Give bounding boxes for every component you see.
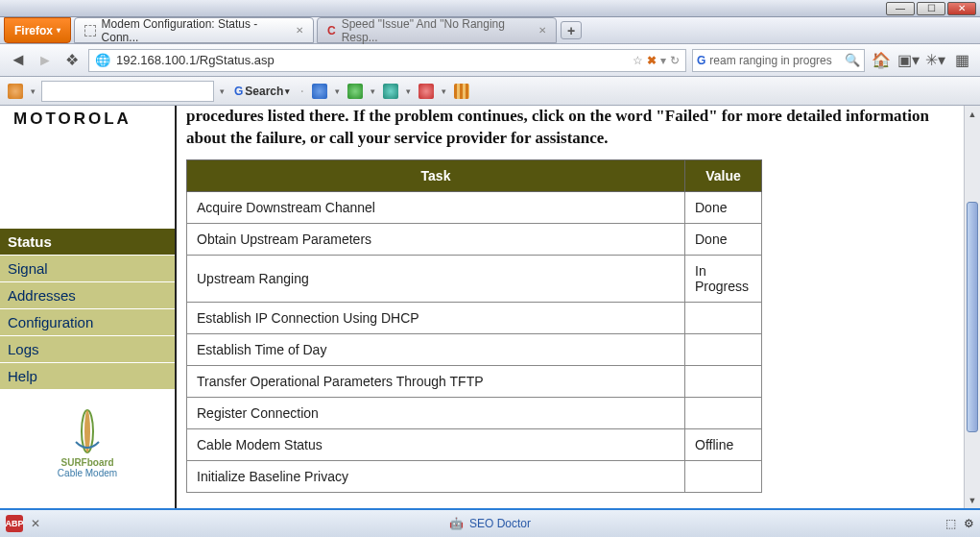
toolbar-tile-grid[interactable]	[452, 82, 471, 101]
bookmarks-button[interactable]: ▣▾	[897, 50, 919, 71]
favicon-icon: C	[327, 24, 336, 37]
task-cell: Establish IP Connection Using DHCP	[187, 302, 685, 333]
toolbar-sep: ·	[299, 83, 303, 100]
product-name-1: SURFboard	[0, 457, 175, 468]
sidebar-item-help[interactable]: Help	[0, 363, 175, 390]
scroll-thumb[interactable]	[967, 202, 978, 432]
tab-modem-configuration[interactable]: Modem Configuration: Status - Conn... ✕	[74, 17, 314, 43]
tab-label: Speed "Issue" And "No Ranging Resp...	[342, 17, 533, 44]
star-icon[interactable]: ☆	[633, 54, 643, 67]
table-row: Obtain Upstream ParametersDone	[187, 223, 762, 255]
statusbar-addon-icon[interactable]: ⬚	[945, 517, 956, 530]
adblock-icon[interactable]: ABP	[6, 515, 23, 532]
statusbar-gear-icon[interactable]: ⚙	[964, 517, 974, 530]
scroll-down-button[interactable]: ▼	[965, 492, 980, 508]
svg-point-1	[84, 410, 90, 452]
home-button[interactable]: 🏠	[871, 50, 892, 71]
task-cell: Cable Modem Status	[187, 428, 685, 460]
tab-close-icon[interactable]: ✕	[538, 25, 546, 36]
task-cell: Acquire Downstream Channel	[187, 191, 685, 223]
toolbar-search-button[interactable]: G Search ▾	[230, 85, 294, 98]
extensions-button[interactable]: ✳▾	[924, 50, 945, 71]
url-bar[interactable]: 🌐 192.168.100.1/RgStatus.asp ☆ ✖ ▾ ↻	[88, 49, 686, 72]
task-cell: Obtain Upstream Parameters	[187, 223, 685, 255]
chevron-down-icon: ▾	[285, 86, 290, 96]
search-icon[interactable]: 🔍	[845, 53, 860, 67]
forward-button[interactable]: ►	[35, 50, 56, 71]
window-close-button[interactable]: ✕	[947, 2, 976, 15]
toolbar-icon-1[interactable]	[6, 82, 25, 101]
value-cell: Offline	[685, 428, 762, 460]
dashed-page-icon	[84, 25, 96, 37]
table-header-task: Task	[187, 159, 685, 191]
value-cell	[685, 397, 762, 428]
tab-speed-issue[interactable]: C Speed "Issue" And "No Ranging Resp... …	[317, 17, 557, 43]
url-text: 192.168.100.1/RgStatus.asp	[116, 53, 275, 67]
table-row: Upstream RangingIn Progress	[187, 255, 762, 302]
google-icon: G	[697, 54, 705, 67]
status-bar: ABP ✕ 🤖 SEO Doctor ⬚ ⚙	[0, 508, 980, 537]
sidebar-item-logs[interactable]: Logs	[0, 336, 175, 363]
intro-text: procedures listed there. If the problem …	[186, 106, 967, 150]
value-cell	[685, 333, 762, 365]
firefox-menu-label: Firefox	[14, 24, 53, 37]
window-minimize-button[interactable]: —	[886, 2, 915, 15]
table-row: Initialize Baseline Privacy	[187, 460, 762, 492]
table-row: Register Connection	[187, 397, 762, 428]
browser-search-box[interactable]: G ream ranging in progres 🔍	[692, 49, 865, 72]
vertical-scrollbar[interactable]: ▲ ▼	[964, 106, 980, 508]
task-cell: Initialize Baseline Privacy	[187, 460, 685, 492]
value-cell: Done	[685, 191, 762, 223]
navigation-toolbar: ◄ ► ❖ 🌐 192.168.100.1/RgStatus.asp ☆ ✖ ▾…	[0, 44, 980, 77]
tab-label: Modem Configuration: Status - Conn...	[102, 17, 290, 44]
toolbar-search-input[interactable]	[41, 81, 214, 102]
page-content: MOTOROLA StatusSignalAddressesConfigurat…	[0, 106, 980, 508]
sidebar-item-status[interactable]: Status	[0, 229, 175, 256]
seo-doctor-indicator[interactable]: 🤖 SEO Doctor	[449, 517, 531, 530]
toolbar-tile-teal[interactable]	[381, 82, 400, 101]
table-row: Acquire Downstream ChannelDone	[187, 191, 762, 223]
addon-button[interactable]: ▦	[951, 50, 972, 71]
table-row: Establish IP Connection Using DHCP	[187, 302, 762, 333]
value-cell	[685, 302, 762, 333]
sidebar-item-configuration[interactable]: Configuration	[0, 309, 175, 336]
toolbar-dropdown-icon[interactable]: ▾	[31, 86, 36, 96]
chevron-down-icon: ▾	[57, 26, 60, 35]
statusbar-close-icon[interactable]: ✕	[31, 517, 40, 530]
extension-toolbar: ▾ ▾ G Search ▾ · ▾ ▾ ▾ ▾	[0, 77, 980, 106]
value-cell: Done	[685, 223, 762, 255]
dropdown-icon[interactable]: ▾	[660, 54, 666, 67]
table-row: Transfer Operational Parameters Through …	[187, 365, 762, 397]
table-row: Establish Time of Day	[187, 333, 762, 365]
main-content: procedures listed there. If the problem …	[177, 106, 980, 508]
table-header-value: Value	[685, 159, 762, 191]
new-tab-button[interactable]: +	[561, 21, 582, 39]
bookmark-dropdown-icon[interactable]: ❖	[61, 50, 83, 71]
sidebar-item-addresses[interactable]: Addresses	[0, 282, 175, 309]
globe-icon: 🌐	[95, 53, 110, 67]
value-cell: In Progress	[685, 255, 762, 302]
seo-doctor-label: SEO Doctor	[469, 517, 531, 530]
firefox-menu-button[interactable]: Firefox ▾	[4, 17, 71, 43]
reload-icon[interactable]: ↻	[670, 54, 680, 67]
task-cell: Transfer Operational Parameters Through …	[187, 365, 685, 397]
toolbar-tile-green[interactable]	[346, 82, 365, 101]
scroll-up-button[interactable]: ▲	[965, 106, 980, 122]
task-cell: Register Connection	[187, 397, 685, 428]
robot-icon: 🤖	[449, 517, 464, 530]
back-button[interactable]: ◄	[8, 50, 29, 71]
google-icon: G	[234, 85, 243, 98]
value-cell	[685, 460, 762, 492]
toolbar-dropdown-icon[interactable]: ▾	[220, 86, 225, 96]
search-query-text: ream ranging in progres	[709, 54, 831, 67]
window-maximize-button[interactable]: ☐	[917, 2, 945, 15]
value-cell	[685, 365, 762, 397]
stop-icon[interactable]: ✖	[647, 54, 657, 67]
toolbar-tile-red[interactable]	[417, 82, 436, 101]
sidebar: MOTOROLA StatusSignalAddressesConfigurat…	[0, 106, 175, 508]
toolbar-search-label: Search	[245, 85, 283, 98]
sidebar-item-signal[interactable]: Signal	[0, 256, 175, 282]
toolbar-tile-blue[interactable]	[310, 82, 329, 101]
product-name-2: Cable Modem	[0, 468, 175, 478]
tab-close-icon[interactable]: ✕	[296, 25, 303, 36]
